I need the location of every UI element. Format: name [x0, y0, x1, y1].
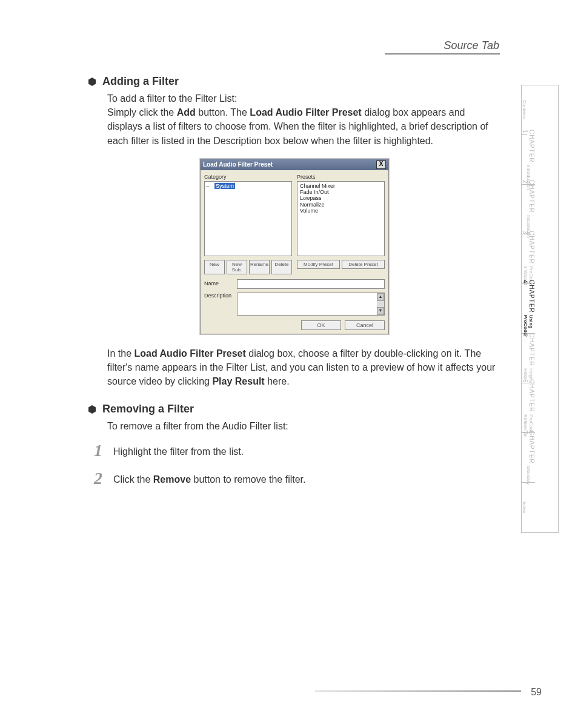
chapter-tabs: ContentsCHAPTER 1IntroductionCHAPTER 2In… — [521, 85, 559, 533]
modify-preset-button[interactable]: Modify Preset — [297, 260, 340, 269]
bold-text: Load Audio Filter Preset — [134, 348, 245, 359]
svg-marker-1 — [88, 405, 96, 414]
text: In the — [107, 348, 134, 359]
hexagon-bullet-icon — [88, 78, 96, 86]
text: To add a filter to the Filter List: — [107, 93, 237, 104]
text: Highlight the filter from the list. — [113, 446, 244, 457]
section-heading-removing-filter: Removing a Filter — [88, 403, 500, 415]
document-page: Source Tab Adding a Filter To add a filt… — [0, 0, 578, 728]
step-text: Highlight the filter from the list. — [113, 442, 244, 458]
presets-list[interactable]: Channel Mixer Fade In/Out Lowpass Normal… — [297, 181, 385, 256]
body-paragraph: To add a filter to the Filter List: Simp… — [107, 91, 500, 148]
page-header-title: Source Tab — [444, 39, 499, 52]
list-item: 1 Highlight the filter from the list. — [88, 442, 500, 459]
page-number: 59 — [531, 687, 542, 698]
chapter-tab[interactable]: CHAPTER 7Glossary — [522, 433, 535, 483]
tab-chapter-label: CHAPTER 7 — [522, 431, 535, 464]
svg-marker-0 — [88, 78, 96, 86]
preset-item[interactable]: Fade In/Out — [299, 189, 383, 195]
preset-item[interactable]: Volume — [299, 208, 383, 214]
bold-text: Play Result — [212, 376, 264, 386]
tab-chapter-label: CHAPTER 2 — [522, 180, 535, 213]
load-audio-filter-preset-dialog: Load Audio Filter Preset X Category –Sys… — [200, 159, 389, 334]
new-button[interactable]: New — [204, 260, 225, 274]
description-label: Description — [204, 293, 233, 299]
presets-column: Presets Channel Mixer Fade In/Out Lowpas… — [297, 174, 385, 274]
text: Click the — [113, 474, 153, 485]
section-title: Removing a Filter — [102, 403, 194, 415]
text: button to remove the filter. — [191, 474, 305, 485]
dialog-body: Category –System New New Sub. Rename Del… — [201, 170, 388, 334]
cancel-button[interactable]: Cancel — [345, 320, 385, 330]
numbered-list: 1 Highlight the filter from the list. 2 … — [88, 442, 500, 487]
tab-sub-label: Index — [522, 501, 527, 514]
dialog-screenshot: Load Audio Filter Preset X Category –Sys… — [200, 159, 388, 334]
preset-item[interactable]: Normalize — [299, 202, 383, 208]
name-field[interactable] — [237, 279, 385, 289]
preset-button-row: Modify Preset Delete Preset — [297, 260, 385, 269]
chapter-tab[interactable]: CHAPTER 3ProCoder 3 Wizard — [522, 234, 535, 284]
chapter-tab[interactable]: CHAPTER 5Helpful Hints — [522, 334, 535, 383]
tab-chapter-label: CHAPTER 4 — [522, 280, 535, 313]
category-tree[interactable]: –System — [204, 181, 292, 256]
section-heading-adding-filter: Adding a Filter — [88, 75, 500, 88]
close-icon[interactable]: X — [376, 160, 386, 169]
tree-item-system[interactable]: System — [214, 183, 235, 189]
dialog-title-text: Load Audio Filter Preset — [203, 161, 273, 168]
chapter-tab[interactable]: CHAPTER 1Introduction — [522, 135, 535, 185]
chapter-tab[interactable]: Index — [522, 483, 527, 532]
tab-sub-label: Glossary — [526, 466, 531, 485]
step-number: 1 — [88, 442, 102, 459]
description-textarea[interactable]: ▲ ▼ — [237, 293, 385, 316]
chapter-tab[interactable]: CHAPTER 4Using ProCoder — [522, 284, 535, 334]
tab-sub-label: Contents — [522, 100, 527, 119]
chapter-tab[interactable]: CHAPTER 6ProCoder Reference — [522, 383, 535, 433]
bold-text: Add — [177, 107, 196, 117]
presets-label: Presets — [297, 174, 385, 180]
dialog-action-row: OK Cancel — [204, 320, 385, 330]
text: button. The — [196, 107, 250, 117]
tab-chapter-label: CHAPTER 5 — [522, 333, 535, 366]
hexagon-bullet-icon — [88, 405, 96, 414]
ok-button[interactable]: OK — [301, 320, 341, 330]
bold-text: Load Audio Filter Preset — [250, 107, 361, 117]
tab-chapter-label: CHAPTER 6 — [522, 379, 535, 412]
chapter-tab[interactable]: CHAPTER 2Installation — [522, 185, 535, 234]
chapter-tab[interactable]: Contents — [522, 85, 527, 135]
description-row: Description ▲ ▼ — [204, 293, 385, 316]
body-paragraph: To remove a filter from the Audio Filter… — [107, 419, 500, 433]
footer-rule — [315, 690, 521, 692]
category-column: Category –System New New Sub. Rename Del… — [204, 174, 292, 274]
scroll-down-icon[interactable]: ▼ — [377, 307, 384, 315]
step-number: 2 — [88, 470, 102, 487]
header-underline — [385, 53, 500, 55]
text: Simply click the — [107, 107, 177, 117]
section-title: Adding a Filter — [102, 75, 179, 88]
step-text: Click the Remove button to remove the fi… — [113, 470, 305, 486]
scrollbar[interactable]: ▲ ▼ — [377, 293, 384, 315]
rename-button[interactable]: Rename — [249, 260, 270, 274]
category-label: Category — [204, 174, 292, 180]
category-button-row: New New Sub. Rename Delete — [204, 260, 292, 274]
bold-text: Remove — [153, 474, 191, 485]
list-item: 2 Click the Remove button to remove the … — [88, 470, 500, 487]
name-row: Name — [204, 279, 385, 289]
tree-dash-icon: – — [206, 183, 209, 189]
text: here. — [265, 376, 290, 386]
preset-item[interactable]: Lowpass — [299, 195, 383, 201]
delete-preset-button[interactable]: Delete Preset — [342, 260, 385, 269]
tab-chapter-label: CHAPTER 3 — [522, 231, 535, 264]
delete-button[interactable]: Delete — [271, 260, 292, 274]
preset-item[interactable]: Channel Mixer — [299, 183, 383, 189]
name-label: Name — [204, 280, 233, 286]
new-sub-button[interactable]: New Sub. — [227, 260, 247, 274]
dialog-titlebar: Load Audio Filter Preset X — [201, 159, 388, 170]
main-content: Adding a Filter To add a filter to the F… — [88, 73, 500, 498]
tab-chapter-label: CHAPTER 1 — [522, 130, 535, 163]
body-paragraph: In the Load Audio Filter Preset dialog b… — [107, 346, 500, 389]
scroll-up-icon[interactable]: ▲ — [377, 293, 384, 301]
